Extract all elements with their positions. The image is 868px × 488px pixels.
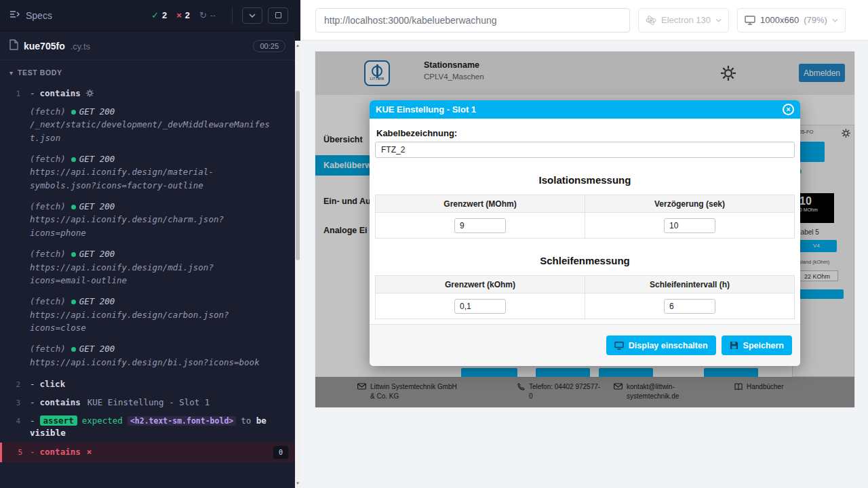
fetch-log-row[interactable]: (fetch)GET 200 https://api.iconify.desig… xyxy=(0,199,295,246)
spec-extension: .cy.ts xyxy=(71,41,90,52)
assert-to: to xyxy=(241,415,251,426)
passed-check-icon: ✓ xyxy=(151,10,159,20)
kue-settings-modal: KUE Einstellung - Slot 1 × Kabelbezeichn… xyxy=(370,100,800,366)
fetch-status: GET 200 xyxy=(79,249,115,259)
command-log: 1 -contains (fetch)GET 200 /_next/static… xyxy=(0,82,295,462)
command-name: contains xyxy=(40,446,81,459)
assert-row[interactable]: 4 -assertexpected<h2.text-sm.font-bold>t… xyxy=(0,412,295,443)
iso-verzoegerung-cell xyxy=(585,213,795,239)
aut-url-input[interactable] xyxy=(315,8,630,33)
loop-col-grenzwert: Grenzwert (kOhm) xyxy=(376,276,585,293)
failed-command-row[interactable]: 5 -contains× 0 xyxy=(0,443,295,462)
pending-count: -- xyxy=(210,11,216,20)
schleifen-table: Grenzwert (kOhm) Schleifenintervall (h) xyxy=(375,275,795,319)
reporter-scrollbar: ▲ ▼ xyxy=(295,0,300,488)
collapse-reporter-button[interactable] xyxy=(242,7,262,24)
fetch-log-row[interactable]: (fetch)GET 200 https://api.iconify.desig… xyxy=(0,293,295,341)
browser-selector[interactable]: Electron 130 xyxy=(638,8,729,33)
modal-body: Kabelbezeichnung: Isolationsmessung Gren… xyxy=(370,119,800,319)
iso-verzoegerung-input[interactable] xyxy=(664,218,715,233)
command-dash: - xyxy=(30,379,35,389)
save-floppy-icon xyxy=(730,341,738,350)
loop-col-intervall: Schleifenintervall (h) xyxy=(585,276,795,293)
scrollbar-cap xyxy=(295,0,300,41)
stop-tests-button[interactable] xyxy=(268,7,288,24)
command-row[interactable]: 3 -containsKUE Einstellung - Slot 1 xyxy=(0,394,295,412)
isolation-table: Grenzwert (MOhm) Verzögerung (sek) xyxy=(375,195,795,239)
fetch-tag: (fetch) xyxy=(30,344,66,354)
fetch-url: /_next/static/development/_devMiddleware… xyxy=(30,118,275,144)
command-name: contains xyxy=(40,88,81,98)
status-dot-icon xyxy=(71,300,76,304)
specs-menu-icon[interactable] xyxy=(9,9,20,22)
command-text: -contains xyxy=(30,87,275,101)
iso-grenzwert-cell xyxy=(376,213,585,239)
fetch-log-row[interactable]: (fetch)GET 200 https://api.iconify.desig… xyxy=(0,341,295,375)
fetch-url: https://api.iconify.design/carbon.json?i… xyxy=(30,308,275,335)
command-row[interactable]: 2 -click xyxy=(0,375,295,394)
spec-file-icon xyxy=(9,39,18,53)
monitor-icon xyxy=(745,16,755,25)
loop-grenzwert-cell xyxy=(376,293,585,319)
viewport-zoom: (79%) xyxy=(804,15,827,25)
viewport-size: 1000x660 xyxy=(760,15,799,25)
scrollbar-track[interactable]: ▲ ▼ xyxy=(295,41,300,488)
passed-stat: ✓ 2 xyxy=(151,10,167,20)
fetch-status: GET 200 xyxy=(79,201,115,211)
fetch-tag: (fetch) xyxy=(30,296,66,306)
command-row[interactable]: 1 -contains xyxy=(0,85,295,104)
spec-header: kue705fo .cy.ts 00:25 xyxy=(0,31,295,60)
schleifen-heading: Schleifenmessung xyxy=(375,255,795,266)
fetch-tag: (fetch) xyxy=(30,154,66,164)
fetch-tag: (fetch) xyxy=(30,249,66,259)
stop-icon xyxy=(275,12,281,18)
loop-intervall-input[interactable] xyxy=(664,299,715,314)
fetch-tag: (fetch) xyxy=(30,201,66,211)
runner-main-area: Electron 130 1000x660 (79%) LITTWIN Stat… xyxy=(300,0,868,488)
failed-count: 2 xyxy=(185,10,190,20)
spec-name[interactable]: kue705fo xyxy=(24,41,65,52)
assert-text: -assertexpected<h2.text-sm.font-bold>to … xyxy=(30,415,275,441)
status-dot-icon xyxy=(71,157,76,162)
iso-col-verzoegerung: Verzögerung (sek) xyxy=(585,195,795,213)
display-button-label: Display einschalten xyxy=(629,341,708,350)
command-number: 2 xyxy=(0,378,20,391)
command-argument: KUE Einstellung - Slot 1 xyxy=(87,397,210,407)
command-number: 5 xyxy=(2,446,22,459)
scroll-down-icon[interactable]: ▼ xyxy=(295,480,300,487)
fetch-url: https://api.iconify.design/mdi.json?icon… xyxy=(30,261,275,287)
scroll-up-icon[interactable]: ▲ xyxy=(295,42,300,49)
close-icon[interactable]: × xyxy=(783,104,794,115)
modal-footer: Display einschalten Speichern xyxy=(370,324,800,366)
status-dot-icon xyxy=(71,205,76,209)
iso-col-grenzwert: Grenzwert (MOhm) xyxy=(376,195,585,213)
cypress-reporter-panel: Specs ✓ 2 × 2 ↻ -- kue705fo xyxy=(0,0,295,488)
refresh-icon: ↻ xyxy=(199,10,207,20)
viewport-selector[interactable]: 1000x660 (79%) xyxy=(737,8,846,33)
failed-x-icon: × xyxy=(176,10,182,20)
modal-title: KUE Einstellung - Slot 1 xyxy=(376,104,476,115)
fetch-tag: (fetch) xyxy=(30,106,66,117)
loop-intervall-cell xyxy=(585,293,795,319)
command-name: contains xyxy=(40,397,81,407)
chevron-down-icon xyxy=(832,18,838,22)
display-einschalten-button[interactable]: Display einschalten xyxy=(606,336,716,355)
speichern-button[interactable]: Speichern xyxy=(722,336,792,355)
fetch-status: GET 200 xyxy=(79,154,115,164)
specs-label[interactable]: Specs xyxy=(26,10,52,21)
electron-icon xyxy=(646,15,656,26)
iso-grenzwert-input[interactable] xyxy=(454,218,506,233)
test-body-section[interactable]: ▾ TEST BODY xyxy=(0,60,295,82)
fetch-log-row[interactable]: (fetch)GET 200 https://api.iconify.desig… xyxy=(0,246,295,293)
isolation-heading: Isolationsmessung xyxy=(375,174,795,186)
topbar-divider xyxy=(232,7,233,24)
loop-grenzwert-input[interactable] xyxy=(454,299,506,314)
fetch-log-row[interactable]: (fetch)GET 200 /_next/static/development… xyxy=(0,104,295,151)
scrollbar-thumb[interactable] xyxy=(296,91,300,260)
fetch-status: GET 200 xyxy=(79,344,115,354)
fetch-log-row[interactable]: (fetch)GET 200 https://api.iconify.desig… xyxy=(0,151,295,199)
chevron-down-icon xyxy=(249,14,256,18)
browser-name: Electron 130 xyxy=(661,15,711,25)
kabelbezeichnung-input[interactable] xyxy=(375,142,795,158)
fetch-url: https://api.iconify.design/charm.json?ic… xyxy=(30,213,275,239)
